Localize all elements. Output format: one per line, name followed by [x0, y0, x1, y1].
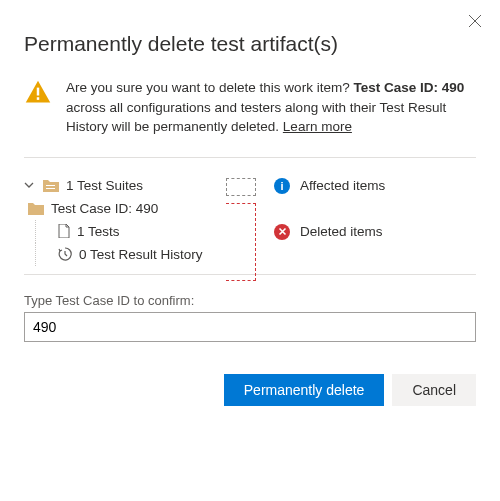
- legend-deleted: Deleted items: [274, 224, 476, 240]
- legend: i Affected items Deleted items: [274, 174, 476, 266]
- svg-rect-0: [37, 88, 39, 96]
- deleted-bracket: [226, 203, 256, 281]
- history-icon: [58, 247, 72, 261]
- tree-node-testcase[interactable]: Test Case ID: 490: [24, 197, 224, 220]
- tree-label: 1 Test Suites: [66, 178, 143, 193]
- affected-bracket: [226, 178, 256, 196]
- info-icon: i: [274, 178, 290, 194]
- svg-rect-1: [37, 97, 39, 100]
- chevron-down-icon: [24, 180, 36, 190]
- folder-list-icon: [43, 178, 59, 192]
- confirm-label: Type Test Case ID to confirm:: [24, 293, 476, 308]
- dialog-permanently-delete: Permanently delete test artifact(s) Are …: [0, 0, 500, 426]
- tree-legend-area: 1 Test Suites Test Case ID: 490 1 Tests …: [24, 174, 476, 266]
- legend-affected: i Affected items: [274, 178, 476, 194]
- tree-label: 0 Test Result History: [79, 247, 203, 262]
- folder-icon: [28, 201, 44, 215]
- artifact-tree: 1 Test Suites Test Case ID: 490 1 Tests …: [24, 174, 224, 266]
- warning-icon: [24, 78, 52, 137]
- tree-node-history[interactable]: 0 Test Result History: [35, 243, 224, 266]
- tree-node-suites[interactable]: 1 Test Suites: [24, 174, 224, 197]
- warning-bold: Test Case ID: 490: [353, 80, 464, 95]
- tree-label: 1 Tests: [77, 224, 120, 239]
- cancel-button[interactable]: Cancel: [392, 374, 476, 406]
- svg-rect-2: [46, 185, 55, 186]
- learn-more-link[interactable]: Learn more: [283, 119, 352, 134]
- tree-label: Test Case ID: 490: [51, 201, 158, 216]
- warning-text: Are you sure you want to delete this wor…: [66, 78, 476, 137]
- tree-node-tests[interactable]: 1 Tests: [35, 220, 224, 243]
- dialog-footer: Permanently delete Cancel: [24, 374, 476, 406]
- svg-rect-3: [46, 188, 55, 189]
- legend-label: Affected items: [300, 178, 385, 193]
- legend-label: Deleted items: [300, 224, 383, 239]
- permanently-delete-button[interactable]: Permanently delete: [224, 374, 385, 406]
- close-icon: [468, 14, 482, 28]
- document-icon: [58, 224, 70, 238]
- warning-suffix: across all configurations and testers al…: [66, 100, 446, 135]
- divider: [24, 157, 476, 158]
- confirm-input[interactable]: [24, 312, 476, 342]
- dialog-title: Permanently delete test artifact(s): [24, 32, 476, 56]
- error-icon: [274, 224, 290, 240]
- warning-message: Are you sure you want to delete this wor…: [24, 78, 476, 137]
- warning-prefix: Are you sure you want to delete this wor…: [66, 80, 353, 95]
- close-button[interactable]: [464, 10, 486, 35]
- bracket-column: [224, 174, 274, 266]
